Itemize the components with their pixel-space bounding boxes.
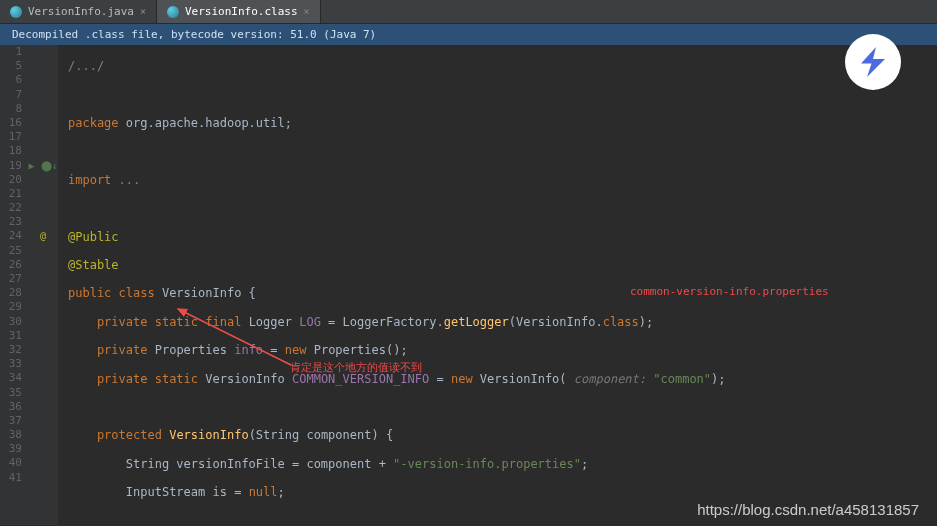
java-file-icon [10,6,22,18]
decompile-banner: Decompiled .class file, bytecode version… [0,24,937,45]
close-icon[interactable]: × [140,6,146,17]
watermark: https://blog.csdn.net/a458131857 [697,501,919,518]
icon-gutter: ▶ ⬤↓ @ [28,45,58,525]
line-gutter: 1 5 6 7 8 16 17 18 19 20 21 22 23 24 25 … [0,45,28,525]
class-file-icon [167,6,179,18]
annotation-gutter-icon: @ [28,229,58,243]
tab-label: VersionInfo.java [28,5,134,18]
tab-label: VersionInfo.class [185,5,298,18]
editor-tabs: VersionInfo.java × VersionInfo.class × [0,0,937,24]
editor[interactable]: 1 5 6 7 8 16 17 18 19 20 21 22 23 24 25 … [0,45,937,525]
annotation-properties-file: common-version-info.properties [630,285,829,299]
tab-versioninfo-class[interactable]: VersionInfo.class × [157,0,321,23]
tab-versioninfo-java[interactable]: VersionInfo.java × [0,0,157,23]
code-area[interactable]: /.../ package org.apache.hadoop.util; im… [58,45,937,525]
close-icon[interactable]: × [304,6,310,17]
annotation-comment: 肯定是这个地方的值读不到 [290,361,422,375]
annotation-arrow [166,303,306,373]
run-icon[interactable]: ▶ ⬤↓ [28,159,58,173]
thunder-logo [845,34,901,90]
